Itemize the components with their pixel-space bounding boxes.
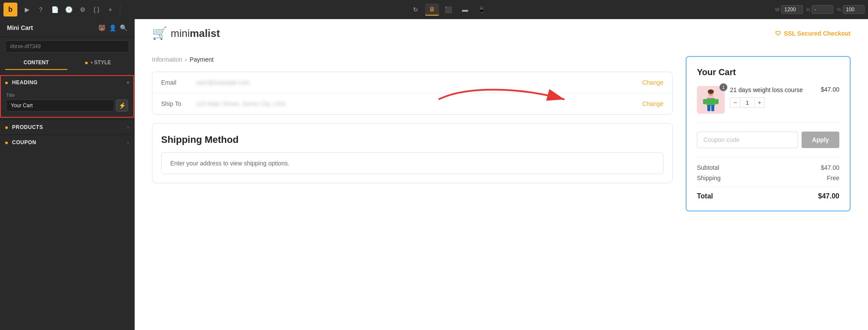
- cart-item-badge: 1: [719, 83, 727, 91]
- zoom-field: %: [837, 5, 865, 14]
- apply-coupon-button[interactable]: Apply: [802, 132, 839, 148]
- shipping-section-title: Shipping Method: [152, 124, 672, 152]
- sidebar-person-icon[interactable]: 👤: [109, 24, 116, 31]
- cart-panel: Your Cart: [686, 56, 851, 211]
- checkout-form: Information › Payment Email user@example…: [152, 56, 673, 313]
- breadcrumb-payment: Payment: [190, 56, 214, 63]
- top-toolbar: b ▶ ? 📄 🕐 ⚙ { } + ↻ 🖥 ⬛ ▬ 📱 W H %: [0, 0, 868, 19]
- shield-icon: 🛡: [775, 30, 781, 37]
- ship-to-label: Ship To: [161, 100, 196, 107]
- coupon-chevron-icon: ›: [127, 140, 129, 145]
- products-chevron-icon: ›: [127, 125, 129, 130]
- width-input[interactable]: [781, 5, 803, 14]
- coupon-dot: [5, 142, 8, 144]
- total-row: Total $47.00: [697, 187, 839, 200]
- cart-logo-icon: 🛒: [152, 26, 167, 40]
- mobile-view-button[interactable]: 📱: [475, 3, 488, 16]
- cart-totals: Subtotal $47.00 Shipping Free Total $47.…: [697, 157, 839, 200]
- shipping-section: Shipping Method Enter your address to vi…: [152, 123, 673, 183]
- shipping-notice: Enter your address to view shipping opti…: [161, 152, 663, 174]
- subtotal-row: Subtotal $47.00: [697, 164, 839, 171]
- tab-style[interactable]: • STYLE: [67, 56, 129, 70]
- heading-dot: [5, 82, 8, 84]
- logo-mini: mini: [171, 27, 190, 39]
- email-row: Email user@example.com Change: [152, 72, 672, 93]
- svg-rect-6: [703, 99, 706, 104]
- section-products-header[interactable]: PRODUCTS ›: [0, 120, 134, 135]
- add-icon[interactable]: +: [104, 3, 116, 16]
- cart-item-price: $47.00: [821, 86, 839, 93]
- desktop-view-button[interactable]: 🖥: [425, 3, 439, 16]
- sidebar-header-icons: 🐻 👤 🔍: [98, 24, 127, 31]
- sidebar-search-icon[interactable]: 🔍: [120, 24, 127, 31]
- code-icon[interactable]: { }: [90, 3, 102, 16]
- history-icon[interactable]: 🕐: [63, 3, 75, 16]
- sidebar-tabs: CONTENT • STYLE: [5, 56, 129, 70]
- total-label: Total: [697, 192, 713, 200]
- title-input[interactable]: [6, 99, 114, 112]
- element-id-field[interactable]: #brxe-df7349: [5, 40, 129, 53]
- svg-rect-7: [715, 99, 719, 104]
- section-coupon-header[interactable]: COUPON ›: [0, 135, 134, 150]
- main-layout: Mini Cart 🐻 👤 🔍 #brxe-df7349 CONTENT • S…: [0, 19, 868, 330]
- view-controls: ↻ 🖥 ⬛ ▬ 📱: [124, 3, 773, 16]
- sidebar-title: Mini Cart: [7, 24, 33, 31]
- section-heading-content: Title ⚡: [1, 89, 133, 117]
- content-area: 🛒 minimalist 🛡 SSL Secured Checkout: [135, 19, 868, 330]
- total-value: $47.00: [818, 192, 839, 200]
- settings-icon[interactable]: ⚙: [76, 3, 89, 16]
- width-label: W: [775, 7, 779, 12]
- breadcrumb-info[interactable]: Information: [152, 56, 182, 63]
- svg-point-4: [708, 89, 714, 94]
- cart-item-details: 21 days weight loss course − 1 +: [730, 86, 815, 108]
- subtotal-value: $47.00: [821, 164, 839, 171]
- title-dynamic-button[interactable]: ⚡: [116, 99, 128, 112]
- ship-change-button[interactable]: Change: [642, 100, 663, 107]
- zoom-input[interactable]: [843, 5, 865, 14]
- ship-to-row: Ship To 123 Main Street, Some City, USA …: [152, 93, 672, 114]
- page-header: 🛒 minimalist 🛡 SSL Secured Checkout: [135, 19, 868, 47]
- ship-to-value: 123 Main Street, Some City, USA: [196, 100, 642, 107]
- help-icon[interactable]: ?: [35, 3, 47, 16]
- zoom-label: %: [837, 7, 841, 12]
- height-input[interactable]: [812, 5, 833, 14]
- title-field-label: Title: [6, 92, 128, 98]
- section-coupon: COUPON ›: [0, 135, 134, 150]
- breadcrumb: Information › Payment: [152, 56, 673, 63]
- breadcrumb-separator: ›: [185, 56, 187, 63]
- refresh-button[interactable]: ↻: [409, 3, 422, 16]
- coupon-input[interactable]: [697, 132, 798, 148]
- email-label: Email: [161, 79, 196, 86]
- section-heading-header[interactable]: HEADING ▾: [1, 76, 133, 89]
- products-dot: [5, 126, 8, 129]
- ssl-badge: 🛡 SSL Secured Checkout: [775, 30, 851, 37]
- section-products: PRODUCTS ›: [0, 119, 134, 135]
- style-tab-dot: [85, 62, 88, 64]
- quantity-decrease-button[interactable]: −: [730, 97, 740, 108]
- toolbar-divider: [120, 5, 120, 14]
- section-heading: HEADING ▾ Title ⚡: [0, 75, 134, 118]
- height-field: H: [806, 5, 833, 14]
- page-icon[interactable]: 📄: [49, 3, 61, 16]
- products-label: PRODUCTS: [12, 124, 43, 130]
- ssl-text: SSL Secured Checkout: [784, 30, 851, 37]
- cart-item-name: 21 days weight loss course: [730, 86, 815, 94]
- cursor-tool-icon[interactable]: ▶: [21, 3, 33, 16]
- contact-info-section: Email user@example.com Change Ship To 12…: [152, 72, 673, 115]
- title-field-row: ⚡: [6, 99, 128, 112]
- cart-item-quantity: − 1 +: [730, 97, 815, 108]
- sidebar-emoji-icon[interactable]: 🐻: [98, 24, 106, 31]
- cart-item: 1 21 days weight loss course − 1 + $47.0…: [697, 86, 839, 123]
- svg-rect-5: [706, 98, 715, 106]
- tablet-portrait-view-button[interactable]: ⬛: [442, 3, 455, 16]
- brand-logo[interactable]: b: [3, 3, 17, 16]
- email-change-button[interactable]: Change: [642, 79, 663, 86]
- height-label: H: [806, 7, 810, 12]
- subtotal-label: Subtotal: [697, 164, 719, 171]
- tablet-landscape-view-button[interactable]: ▬: [458, 3, 472, 16]
- page-body: Information › Payment Email user@example…: [135, 47, 868, 330]
- svg-rect-8: [707, 105, 710, 111]
- tab-content[interactable]: CONTENT: [5, 56, 67, 70]
- quantity-increase-button[interactable]: +: [754, 97, 765, 108]
- sidebar: Mini Cart 🐻 👤 🔍 #brxe-df7349 CONTENT • S…: [0, 19, 135, 330]
